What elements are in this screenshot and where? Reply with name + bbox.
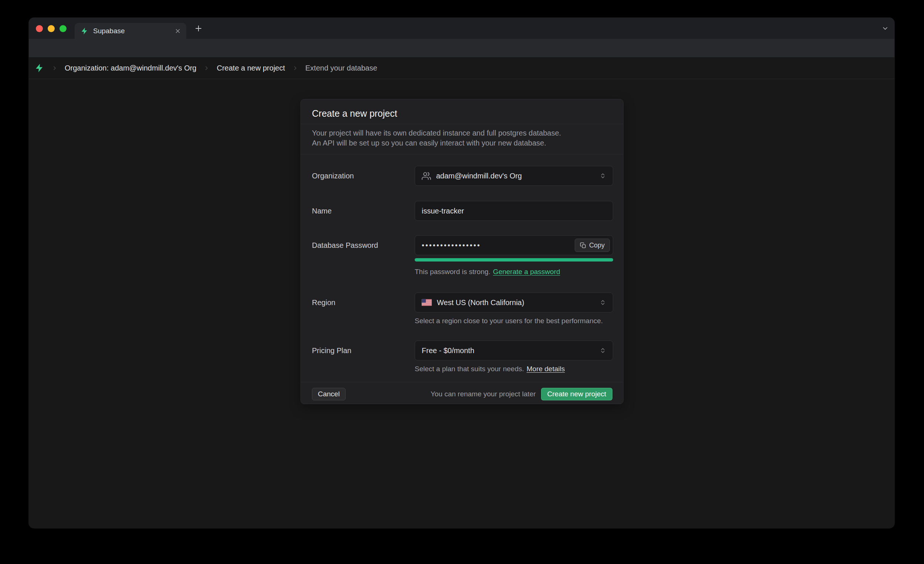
- tab-strip: Supabase: [29, 18, 894, 39]
- divider: [301, 382, 623, 382]
- zoom-window-button[interactable]: [60, 25, 66, 32]
- chevron-right-icon: [204, 65, 209, 71]
- new-tab-button[interactable]: [194, 24, 203, 33]
- pricing-plan-label: Pricing Plan: [312, 341, 351, 361]
- minimize-window-button[interactable]: [48, 25, 55, 32]
- name-label: Name: [312, 201, 332, 221]
- browser-tab[interactable]: Supabase: [75, 23, 186, 39]
- select-chevrons-icon: [600, 299, 606, 306]
- breadcrumb-extend-database: Extend your database: [305, 64, 377, 72]
- region-select[interactable]: West US (North California): [415, 293, 613, 313]
- organization-label: Organization: [312, 166, 354, 186]
- card-description: Your project will have its own dedicated…: [312, 128, 561, 148]
- copy-label: Copy: [589, 242, 604, 249]
- tab-title: Supabase: [93, 27, 174, 35]
- divider: [301, 154, 623, 154]
- supabase-logo-icon[interactable]: [35, 63, 44, 73]
- copy-password-button[interactable]: Copy: [575, 239, 610, 252]
- password-strength-row: This password is strong. Generate a pass…: [415, 268, 560, 276]
- password-strength-text: This password is strong.: [415, 268, 490, 276]
- breadcrumb-organization[interactable]: Organization: adam@windmill.dev's Org: [64, 64, 196, 72]
- generate-password-link[interactable]: Generate a password: [493, 268, 560, 276]
- region-label: Region: [312, 293, 335, 313]
- pricing-plan-select[interactable]: Free - $0/month: [415, 341, 613, 361]
- password-strength-bar: [415, 258, 613, 262]
- footer-right: You can rename your project later Create…: [430, 388, 612, 400]
- chevron-right-icon: [52, 65, 57, 71]
- region-value: West US (North California): [437, 298, 524, 307]
- description-line-2: An API will be set up so you can easily …: [312, 138, 561, 148]
- rename-note: You can rename your project later: [430, 390, 536, 398]
- database-password-label: Database Password: [312, 235, 378, 255]
- select-chevrons-icon: [600, 347, 606, 354]
- region-helper-text: Select a region close to your users for …: [415, 317, 603, 325]
- description-line-1: Your project will have its own dedicated…: [312, 128, 561, 138]
- tab-search-chevron-icon[interactable]: [880, 23, 891, 34]
- more-details-link[interactable]: More details: [526, 365, 565, 373]
- copy-icon: [580, 242, 586, 248]
- browser-window: Supabase app.supabase.com/new/jfnsmqoynl…: [29, 18, 894, 528]
- chevron-right-icon: [292, 65, 298, 71]
- window-controls: [36, 25, 66, 32]
- create-new-project-button[interactable]: Create new project: [541, 388, 612, 400]
- select-chevrons-icon: [600, 172, 606, 179]
- password-field-wrap: Copy: [415, 235, 613, 255]
- pricing-helper-row: Select a plan that suits your needs. Mor…: [415, 365, 565, 373]
- tab-close-icon[interactable]: [174, 28, 181, 34]
- breadcrumb-create-project[interactable]: Create a new project: [217, 64, 285, 72]
- page-background: Create a new project Your project will h…: [29, 79, 894, 528]
- divider: [301, 124, 623, 124]
- organization-value: adam@windmill.dev's Org: [436, 172, 522, 180]
- pricing-value: Free - $0/month: [422, 346, 474, 355]
- users-icon: [422, 171, 431, 181]
- cancel-button[interactable]: Cancel: [312, 388, 346, 400]
- browser-toolbar: app.supabase.com/new/jfnsmqoynldvxjyhpyl…: [29, 39, 894, 57]
- project-name-input[interactable]: [415, 201, 613, 221]
- us-flag-icon: [422, 299, 432, 306]
- create-project-card: Create a new project Your project will h…: [300, 99, 624, 404]
- supabase-favicon-icon: [81, 27, 89, 35]
- close-window-button[interactable]: [36, 25, 43, 32]
- organization-select[interactable]: adam@windmill.dev's Org: [415, 166, 613, 186]
- breadcrumb: Organization: adam@windmill.dev's Org Cr…: [29, 57, 894, 79]
- card-title: Create a new project: [312, 108, 398, 119]
- pricing-helper-text: Select a plan that suits your needs.: [415, 365, 524, 373]
